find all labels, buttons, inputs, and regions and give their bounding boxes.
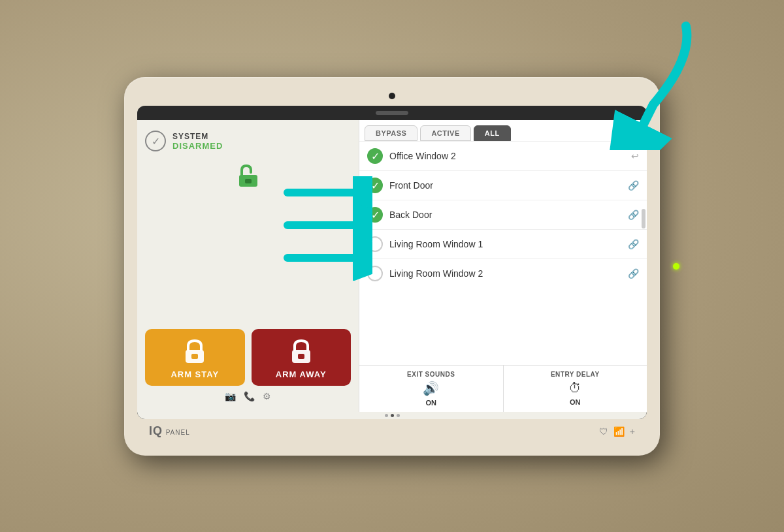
arm-away-button[interactable]: ARM AWAY <box>252 329 351 386</box>
exit-sounds-block[interactable]: EXIT SOUNDS 🔊 ON <box>359 366 504 412</box>
sensor-link-icon-4[interactable]: 🔗 <box>628 268 639 279</box>
main-content: ✓ SYSTEM DISARMED <box>137 120 647 412</box>
brand-iq: IQ <box>149 424 163 437</box>
sensor-link-icon-3[interactable]: 🔗 <box>628 239 639 249</box>
led-indicator <box>673 263 679 270</box>
svg-rect-5 <box>191 354 198 359</box>
sensor-item-living-room-window-2[interactable]: Living Room Window 2 🔗 <box>359 259 647 288</box>
tab-all[interactable]: ALL <box>474 125 511 141</box>
system-text: SYSTEM DISARMED <box>172 132 223 151</box>
iq-panel-device: ✓ SYSTEM DISARMED <box>124 77 660 456</box>
sensor-name-back-door: Back Door <box>389 210 621 220</box>
system-label: SYSTEM <box>172 132 223 141</box>
page-dot-2 <box>391 414 394 417</box>
sensor-item-back-door[interactable]: ✓ Back Door 🔗 <box>359 200 647 230</box>
status-bar <box>137 106 647 120</box>
open-lock-icon <box>235 162 261 188</box>
arm-stay-lock-icon <box>183 338 206 364</box>
phone-icon: 📞 <box>244 391 255 401</box>
arm-buttons: ARM STAY ARM AWAY <box>145 329 351 386</box>
camera-dot <box>389 93 395 99</box>
arm-stay-label: ARM STAY <box>171 369 219 379</box>
sensor-check-living-room-window-1 <box>367 236 383 252</box>
camera-icon: 📷 <box>225 391 236 401</box>
page-dot-1 <box>385 414 388 417</box>
bottom-icons-right: 🛡 📶 + <box>599 426 635 437</box>
brand-panel: PANEL <box>166 429 190 436</box>
sensor-name-office-window-2: Office Window 2 <box>389 151 625 161</box>
sensor-link-icon-0[interactable]: ↩ <box>631 151 639 161</box>
system-status: ✓ SYSTEM DISARMED <box>145 131 351 151</box>
sensor-name-living-room-window-2: Living Room Window 2 <box>389 268 621 279</box>
arm-away-label: ARM AWAY <box>276 369 327 379</box>
page-dots <box>137 412 647 419</box>
entry-delay-value: ON <box>570 398 581 406</box>
stopwatch-icon: ⏱ <box>568 381 581 396</box>
bottom-controls: EXIT SOUNDS 🔊 ON ENTRY DELAY ⏱ ON <box>359 365 647 412</box>
sensor-list: ✓ Office Window 2 ↩ ✓ Front Door 🔗 ✓ Bac… <box>359 142 647 365</box>
sensor-item-living-room-window-1[interactable]: Living Room Window 1 🔗 <box>359 230 647 259</box>
device-top <box>136 93 648 102</box>
sensor-check-living-room-window-2 <box>367 266 383 281</box>
sensor-link-icon-1[interactable]: 🔗 <box>628 180 639 191</box>
settings-icon: ⚙ <box>263 391 271 401</box>
sensor-check-back-door: ✓ <box>367 207 383 223</box>
status-bar-pill <box>376 111 408 115</box>
page-dot-3 <box>397 414 400 417</box>
speaker-icon: 🔊 <box>423 381 439 396</box>
svg-rect-7 <box>298 354 304 359</box>
sensor-name-living-room-window-1: Living Room Window 1 <box>389 239 621 249</box>
sensor-item-office-window-2[interactable]: ✓ Office Window 2 ↩ <box>359 142 647 171</box>
scrollbar[interactable] <box>642 209 645 228</box>
wifi-icon-bottom: 📶 <box>613 426 625 437</box>
screen: ✓ SYSTEM DISARMED <box>137 106 647 419</box>
svg-rect-3 <box>245 179 252 183</box>
arm-away-lock-icon <box>289 338 313 364</box>
filter-tabs: BYPASS ACTIVE ALL <box>359 120 647 142</box>
shield-icon-bottom: 🛡 <box>599 426 608 437</box>
lock-icon-display <box>145 162 351 188</box>
system-state: DISARMED <box>172 141 223 151</box>
bottom-icons-left: 📷 📞 ⚙ <box>145 386 351 401</box>
system-check-icon: ✓ <box>145 131 166 151</box>
sensor-check-front-door: ✓ <box>367 178 383 193</box>
right-panel: BYPASS ACTIVE ALL ✓ Office Window 2 ↩ ✓ <box>359 120 647 412</box>
device-bottom: IQ PANEL 🛡 📶 + <box>136 419 648 439</box>
screen-bezel: ✓ SYSTEM DISARMED <box>137 106 647 419</box>
arm-stay-button[interactable]: ARM STAY <box>145 329 245 386</box>
plus-icon-bottom[interactable]: + <box>630 426 635 437</box>
tab-active[interactable]: ACTIVE <box>420 125 470 141</box>
tab-bypass[interactable]: BYPASS <box>365 125 417 141</box>
brand-logo: IQ PANEL <box>149 424 190 438</box>
sensor-name-front-door: Front Door <box>389 180 621 191</box>
entry-delay-label: ENTRY DELAY <box>551 371 600 378</box>
sensor-link-icon-2[interactable]: 🔗 <box>628 210 639 220</box>
left-panel: ✓ SYSTEM DISARMED <box>137 120 359 412</box>
sensor-check-office-window-2: ✓ <box>367 148 383 164</box>
exit-sounds-label: EXIT SOUNDS <box>407 371 455 378</box>
entry-delay-block[interactable]: ENTRY DELAY ⏱ ON <box>504 366 647 412</box>
exit-sounds-value: ON <box>426 399 437 407</box>
sensor-item-front-door[interactable]: ✓ Front Door 🔗 <box>359 171 647 200</box>
